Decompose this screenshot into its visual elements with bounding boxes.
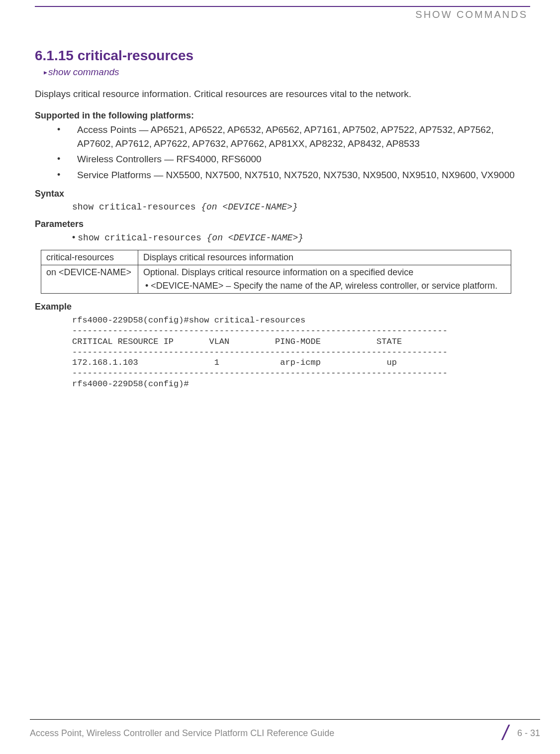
parameters-command: show critical-resources {on <DEVICE-NAME…: [72, 232, 530, 243]
syntax-command-param: {on <DEVICE-NAME>}: [201, 202, 297, 212]
param-desc-line: Optional. Displays critical resource inf…: [143, 267, 506, 278]
example-output: rfs4000-229D58(config)#show critical-res…: [72, 315, 530, 389]
param-desc-cell: Optional. Displays critical resource inf…: [138, 265, 511, 294]
param-desc-cell: Displays critical resources information: [138, 250, 511, 265]
syntax-command-text: show critical-resources: [72, 202, 201, 212]
param-name-cell: on <DEVICE-NAME>: [41, 265, 138, 294]
parameters-heading: Parameters: [35, 219, 530, 229]
platforms-heading: Supported in the following platforms:: [35, 110, 530, 121]
section-description: Displays critical resource information. …: [35, 89, 530, 100]
table-row: critical-resources Displays critical res…: [41, 250, 511, 265]
footer-slash-icon: /: [502, 725, 508, 742]
section-title: 6.1.15 critical-resources: [35, 48, 530, 64]
example-heading: Example: [35, 302, 530, 312]
list-item: Access Points — AP6521, AP6522, AP6532, …: [57, 123, 530, 150]
page-footer: Access Point, Wireless Controller and Se…: [0, 719, 560, 742]
platforms-list: Access Points — AP6521, AP6522, AP6532, …: [35, 123, 530, 182]
list-item: Service Platforms — NX5500, NX7500, NX75…: [57, 168, 530, 182]
header-rule: [35, 6, 530, 7]
syntax-heading: Syntax: [35, 189, 530, 199]
breadcrumb: show commands: [44, 67, 530, 78]
syntax-command: show critical-resources {on <DEVICE-NAME…: [72, 202, 530, 212]
table-row: on <DEVICE-NAME> Optional. Displays crit…: [41, 265, 511, 294]
parameters-table: critical-resources Displays critical res…: [41, 250, 511, 294]
param-name-cell: critical-resources: [41, 250, 138, 265]
list-item: Wireless Controllers — RFS4000, RFS6000: [57, 152, 530, 166]
footer-rule: [30, 719, 540, 720]
chapter-header: SHOW COMMANDS: [35, 9, 530, 20]
parameters-command-text: show critical-resources: [72, 233, 207, 243]
footer-doc-title: Access Point, Wireless Controller and Se…: [30, 728, 334, 739]
footer-page-number: 6 - 31: [517, 728, 540, 739]
parameters-command-param: {on <DEVICE-NAME>}: [207, 233, 303, 243]
param-desc-subline: <DEVICE-NAME> – Specify the name of the …: [143, 281, 506, 291]
